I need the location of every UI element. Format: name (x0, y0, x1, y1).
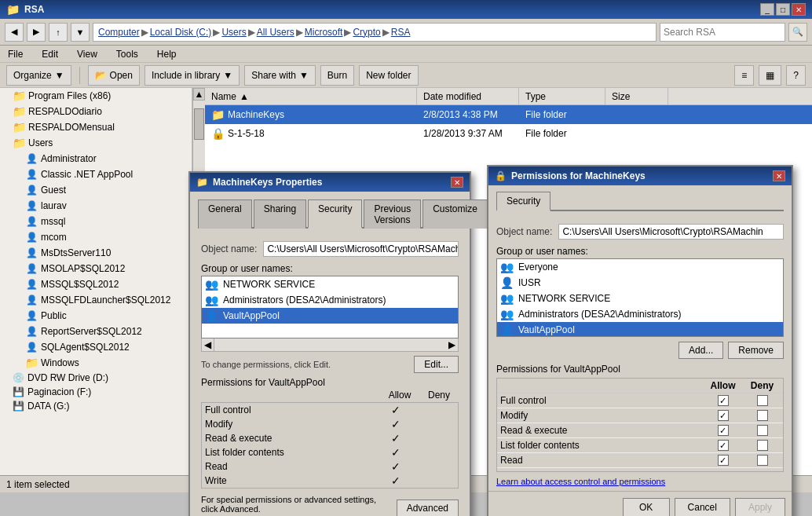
tab-previous-versions[interactable]: Previous Versions (364, 199, 421, 229)
sidebar-item-guest[interactable]: 👤 Guest (0, 182, 192, 198)
advanced-button[interactable]: Advanced (397, 500, 459, 516)
user-scroll-right[interactable]: ▶ (445, 339, 458, 351)
user-item-vaultapppool[interactable]: 👤 VaultAppPool (202, 308, 458, 324)
crumb-crypto[interactable]: Crypto (353, 27, 380, 38)
burn-button[interactable]: Burn (320, 65, 354, 86)
sidebar-item-paginacion[interactable]: 💾 Paginacion (F:) (0, 385, 192, 399)
perms-user-everyone[interactable]: 👥 Everyone (497, 259, 783, 275)
scroll-thumb[interactable] (194, 108, 204, 140)
deny-checkbox[interactable] (757, 395, 768, 406)
ok-button[interactable]: OK (623, 498, 670, 516)
sidebar-item-msolap[interactable]: 👤 MSOLAP$SQL2012 (0, 261, 192, 276)
sidebar-item-sqlagent[interactable]: 👤 SQLAgent$SQL2012 (0, 339, 192, 355)
crumb-computer[interactable]: Computer (98, 27, 140, 38)
deny-checkbox[interactable] (757, 410, 768, 421)
tab-security[interactable]: Security (308, 199, 362, 229)
col-name-header[interactable]: Name ▲ (205, 88, 417, 104)
folder-user-icon: 👤 (25, 247, 38, 259)
sidebar-item-reportserver[interactable]: 👤 ReportServer$SQL2012 (0, 324, 192, 339)
sidebar-item-laurav[interactable]: 👤 laurav (0, 198, 192, 214)
crumb-allusers[interactable]: All Users (257, 27, 294, 38)
user-item-administrators[interactable]: 👥 Administrators (DESA2\Administrators) (202, 292, 458, 308)
sidebar-item-administrator[interactable]: 👤 Administrator (0, 151, 192, 167)
remove-button[interactable]: Remove (728, 342, 784, 359)
crumb-users[interactable]: Users (221, 27, 246, 38)
sidebar-item-users[interactable]: 📁 Users (0, 135, 192, 151)
menu-view[interactable]: View (74, 47, 101, 61)
include-library-button[interactable]: Include in library ▼ (144, 65, 240, 86)
deny-checkbox[interactable] (757, 425, 768, 436)
add-button[interactable]: Add... (678, 342, 723, 359)
sidebar-item-msdts[interactable]: 👤 MsDtsServer110 (0, 245, 192, 261)
allow-checkbox[interactable]: ✓ (718, 395, 729, 406)
organize-button[interactable]: Organize ▼ (6, 65, 71, 86)
maximize-button[interactable]: □ (776, 3, 790, 16)
tab-customize[interactable]: Customize (422, 199, 488, 229)
crumb-localdisk[interactable]: Local Disk (C:) (150, 27, 212, 38)
apply-button[interactable]: Apply (735, 498, 785, 516)
perms-learn-link[interactable]: Learn about access control and permissio… (496, 477, 784, 486)
back-button[interactable]: ◀ (5, 23, 24, 42)
minimize-button[interactable]: _ (760, 3, 774, 16)
menu-help[interactable]: Help (154, 47, 180, 61)
sidebar-item-mcom[interactable]: 👤 mcom (0, 229, 192, 245)
col-size-header[interactable]: Size (605, 88, 668, 104)
col-type-header[interactable]: Type (519, 88, 605, 104)
perms-user-administrators[interactable]: 👥 Administrators (DESA2\Administrators) (497, 306, 783, 322)
recent-button[interactable]: ▼ (71, 23, 90, 42)
crumb-rsa[interactable]: RSA (391, 27, 411, 38)
view-toggle-button[interactable]: ▦ (759, 65, 781, 86)
user-scroll-left[interactable]: ◀ (202, 339, 214, 351)
tab-sharing[interactable]: Sharing (254, 199, 306, 229)
deny-col-header: Deny (744, 380, 780, 391)
sidebar-item-mssqlfd[interactable]: 👤 MSSQLFDLauncher$SQL2012 (0, 292, 192, 308)
scroll-up-button[interactable]: ▲ (193, 88, 205, 101)
edit-button[interactable]: Edit... (414, 356, 459, 373)
perms-user-networkservice[interactable]: 👥 NETWORK SERVICE (497, 291, 783, 306)
col-date-header[interactable]: Date modified (417, 88, 519, 104)
search-button[interactable]: 🔍 (788, 23, 807, 42)
allow-checkbox[interactable]: ✓ (718, 410, 729, 421)
up-button[interactable]: ↑ (49, 23, 68, 42)
help-button[interactable]: ? (786, 65, 806, 86)
allow-checkbox[interactable]: ✓ (718, 440, 729, 451)
allow-checkbox[interactable]: ✓ (718, 425, 729, 436)
open-button[interactable]: 📂 Open (88, 65, 140, 86)
tab-general[interactable]: General (198, 199, 252, 229)
sidebar-item-respaldoMensual[interactable]: 📁 RESPALDOMensual (0, 119, 192, 135)
tab-security-perms[interactable]: Security (496, 192, 550, 211)
menu-edit[interactable]: Edit (38, 47, 61, 61)
new-folder-button[interactable]: New folder (359, 65, 418, 86)
sidebar-item-respaldodiario[interactable]: 📁 RESPALDOdiario (0, 104, 192, 119)
dialog-icon: 🔒 (495, 170, 507, 181)
sidebar-item-programfiles[interactable]: 📁 Program Files (x86) (0, 88, 192, 104)
sidebar-item-dvd[interactable]: 💿 DVD RW Drive (D:) (0, 371, 192, 385)
perms-user-vaultapppool[interactable]: 👤 VaultAppPool (497, 322, 783, 337)
allow-checkbox[interactable]: ✓ (718, 455, 729, 466)
table-row[interactable]: 📁 MachineKeys 2/8/2013 4:38 PM File fold… (205, 105, 812, 124)
perms-user-iusr[interactable]: 👤 IUSR (497, 275, 783, 291)
menu-tools[interactable]: Tools (113, 47, 141, 61)
sidebar-item-data[interactable]: 💾 DATA (G:) (0, 399, 192, 413)
sidebar-item-public[interactable]: 👤 Public (0, 308, 192, 324)
sidebar-item-classicnet[interactable]: 👤 Classic .NET AppPool (0, 167, 192, 182)
sidebar-item-mssql2012[interactable]: 👤 MSSQL$SQL2012 (0, 276, 192, 292)
search-input[interactable] (664, 27, 781, 38)
properties-dialog-close[interactable]: ✕ (451, 177, 463, 188)
view-options-button[interactable]: ≡ (734, 65, 754, 86)
permissions-dialog-close[interactable]: ✕ (773, 170, 785, 181)
deny-checkbox[interactable] (757, 455, 768, 466)
sidebar-item-mssql[interactable]: 👤 mssql (0, 214, 192, 229)
table-row[interactable]: 🔒 S-1-5-18 1/28/2013 9:37 AM File folder (205, 124, 812, 143)
share-with-button[interactable]: Share with ▼ (244, 65, 316, 86)
deny-checkbox[interactable] (757, 440, 768, 451)
forward-button[interactable]: ▶ (27, 23, 46, 42)
menu-file[interactable]: File (5, 47, 26, 61)
cancel-button[interactable]: Cancel (675, 498, 730, 516)
user-item-networkservice[interactable]: 👥 NETWORK SERVICE (202, 276, 458, 292)
sidebar-item-windows[interactable]: 📁 Windows (0, 355, 192, 371)
close-button[interactable]: ✕ (792, 3, 806, 16)
crumb-microsoft[interactable]: Microsoft (305, 27, 343, 38)
allow-check: ✓ (376, 418, 415, 430)
address-path[interactable]: Computer ▶ Local Disk (C:) ▶ Users ▶ All… (93, 23, 657, 42)
